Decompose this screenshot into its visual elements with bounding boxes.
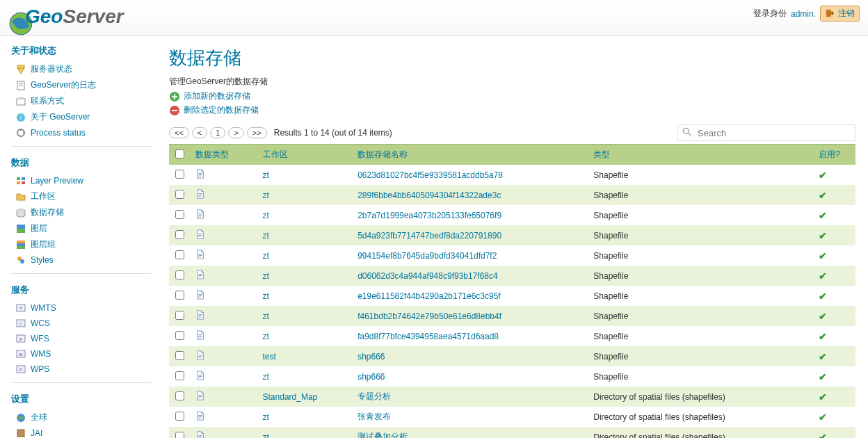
storename-link[interactable]: 289f6bbe4bb6405094304f14322ade3c: [357, 190, 501, 200]
workspace-link[interactable]: zt: [263, 211, 269, 220]
storename-link[interactable]: shp666: [357, 372, 385, 382]
row-checkbox[interactable]: [175, 270, 184, 279]
search-input[interactable]: [698, 128, 851, 138]
sidebar-item[interactable]: TWMTS: [11, 300, 151, 316]
workspace-link[interactable]: zt: [263, 170, 269, 180]
sidebar-item-label[interactable]: GeoServer的日志: [31, 79, 96, 91]
storename-link[interactable]: 994154ef8b7645da9bdfd34041dfd7f2: [357, 251, 497, 261]
row-checkbox[interactable]: [175, 250, 184, 259]
col-storename[interactable]: 数据存储名称: [357, 149, 408, 159]
row-checkbox[interactable]: [175, 412, 184, 421]
sidebar-item[interactable]: Process status: [11, 125, 151, 140]
row-checkbox[interactable]: [175, 291, 184, 300]
storename-link[interactable]: e19e611582f44b4290a2b171e6c3c95f: [357, 291, 501, 301]
row-checkbox[interactable]: [175, 190, 184, 199]
sidebar-item-label[interactable]: JAI: [31, 428, 42, 438]
sidebar-item[interactable]: 服务器状态: [11, 61, 151, 77]
row-checkbox[interactable]: [175, 432, 184, 439]
row-checkbox[interactable]: [175, 331, 184, 340]
sidebar-item[interactable]: 全球: [11, 409, 151, 425]
sidebar-item-label[interactable]: 数据存储: [31, 206, 64, 218]
workspace-link[interactable]: zt: [263, 311, 269, 321]
sidebar-item-label[interactable]: Layer Preview: [31, 176, 83, 186]
workspace-link[interactable]: test: [263, 352, 276, 362]
storename-link[interactable]: d06062d3c4a944af948c9f93b17f68c4: [357, 271, 498, 281]
sidebar-item-label[interactable]: 工作区: [31, 190, 56, 202]
storename-link[interactable]: 测试叠加分析: [357, 432, 408, 438]
col-enabled[interactable]: 启用?: [819, 149, 840, 159]
workspace-link[interactable]: zt: [263, 251, 269, 261]
search-box[interactable]: [677, 124, 855, 141]
col-workspace[interactable]: 工作区: [263, 149, 288, 159]
add-store-link[interactable]: 添加新的数据存储: [184, 90, 250, 102]
storename-link[interactable]: 专题分析: [357, 391, 391, 401]
row-checkbox[interactable]: [175, 351, 184, 360]
svg-rect-67: [199, 297, 202, 298]
sidebar-item[interactable]: FWFS: [11, 331, 151, 346]
workspace-link[interactable]: zt: [263, 190, 269, 200]
sidebar-item-label[interactable]: WPS: [31, 364, 49, 374]
sidebar-item-label[interactable]: 关于 GeoServer: [31, 111, 90, 123]
sidebar-item[interactable]: Styles: [11, 252, 151, 268]
sidebar-item[interactable]: 数据存储: [11, 204, 151, 220]
row-checkbox[interactable]: [175, 391, 184, 400]
workspace-link[interactable]: zt: [263, 372, 269, 382]
col-type[interactable]: 类型: [593, 149, 610, 159]
select-all-checkbox[interactable]: [175, 149, 184, 159]
sidebar-item[interactable]: 联系方式: [11, 93, 151, 109]
sidebar-item-label[interactable]: 全球: [31, 412, 47, 423]
pager-first[interactable]: <<: [169, 127, 189, 138]
col-datatype[interactable]: 数据类型: [195, 149, 229, 159]
sidebar-item[interactable]: MWMS: [11, 346, 151, 362]
storename-link[interactable]: fa9d8f77bfce4394958aea4571d6aad8: [357, 332, 499, 341]
sidebar-item-label[interactable]: 图层: [31, 222, 47, 234]
row-checkbox[interactable]: [175, 230, 184, 239]
pager-next[interactable]: >: [228, 127, 243, 138]
sidebar-item-label[interactable]: 联系方式: [31, 95, 64, 107]
login-user-link[interactable]: admin.: [791, 9, 816, 19]
sidebar-item[interactable]: 图层: [11, 220, 151, 236]
add-store[interactable]: 添加新的数据存储: [169, 90, 855, 102]
sidebar-item[interactable]: 图层组: [11, 236, 151, 252]
storename-link[interactable]: 0623d81027bc4f5e9339581acddb5a78: [357, 170, 503, 180]
sidebar-item[interactable]: 工作区: [11, 188, 151, 204]
sidebar-item[interactable]: JAI: [11, 425, 151, 438]
workspace-link[interactable]: zt: [263, 412, 269, 422]
workspace-link[interactable]: zt: [263, 291, 269, 301]
sidebar-item[interactable]: CWCS: [11, 316, 151, 331]
row-checkbox[interactable]: [175, 210, 184, 219]
storename-link[interactable]: 2b7a7d1999ea4073b205133fe65076f9: [357, 211, 501, 220]
sidebar-item-label[interactable]: WFS: [31, 334, 49, 343]
sidebar-item-label[interactable]: Process status: [31, 128, 86, 138]
sidebar-item-label[interactable]: WMS: [31, 349, 51, 359]
storename-link[interactable]: shp666: [357, 352, 385, 362]
pager-last[interactable]: >>: [247, 127, 267, 138]
storename-link[interactable]: 5d4a923fb7714747bedf8da220791890: [357, 231, 501, 241]
svg-rect-57: [199, 235, 202, 236]
sidebar-item[interactable]: Layer Preview: [11, 173, 151, 188]
sidebar-item[interactable]: GeoServer的日志: [11, 77, 151, 93]
storename-link[interactable]: f461bdb2b74642e79b50e61e6d8ebb4f: [357, 311, 501, 321]
remove-store-link[interactable]: 删除选定的数据存储: [184, 104, 259, 116]
row-checkbox[interactable]: [175, 170, 184, 179]
workspace-link[interactable]: Standard_Map: [263, 392, 318, 402]
sidebar-item-label[interactable]: 服务器状态: [31, 63, 72, 75]
sidebar-item-label[interactable]: WMTS: [31, 303, 56, 313]
workspace-link[interactable]: zt: [263, 271, 269, 281]
storename-link[interactable]: 张青发布: [357, 412, 391, 421]
sidebar-item-label[interactable]: 图层组: [31, 238, 56, 250]
sidebar-item[interactable]: PWPS: [11, 362, 151, 377]
remove-store[interactable]: 删除选定的数据存储: [169, 104, 855, 116]
row-checkbox[interactable]: [175, 311, 184, 320]
workspace-link[interactable]: zt: [263, 231, 269, 241]
row-checkbox[interactable]: [175, 371, 184, 380]
logo[interactable]: GeoServer: [8, 6, 124, 28]
logout-button[interactable]: 注销: [820, 6, 860, 22]
workspace-link[interactable]: zt: [263, 432, 269, 439]
pager-prev[interactable]: <: [192, 127, 207, 138]
sidebar-item-label[interactable]: Styles: [31, 255, 54, 265]
pager-page[interactable]: 1: [210, 127, 225, 138]
workspace-link[interactable]: zt: [263, 332, 269, 341]
sidebar-item[interactable]: i关于 GeoServer: [11, 109, 151, 125]
sidebar-item-label[interactable]: WCS: [31, 318, 50, 328]
